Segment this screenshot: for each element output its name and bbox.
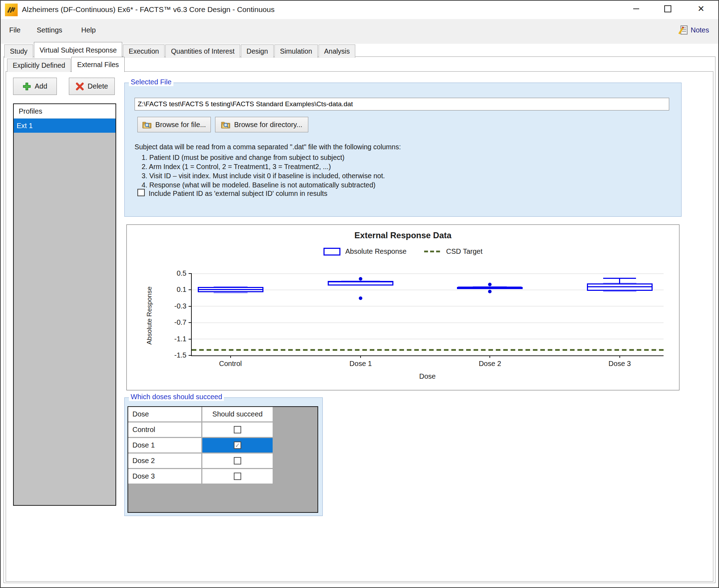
- tab-simulation[interactable]: Simulation: [274, 44, 318, 58]
- tab-study[interactable]: Study: [4, 44, 33, 58]
- folder-search-icon: [142, 121, 152, 129]
- notes-button[interactable]: Notes: [678, 25, 709, 35]
- x-axis-line: [191, 355, 664, 356]
- column-description-1: 1. Patient ID (must be positive and chan…: [142, 153, 344, 162]
- outlier-dot: [359, 277, 362, 281]
- y-tick-label: -1.1: [165, 335, 186, 343]
- selected-file-group-label: Selected File: [129, 78, 173, 86]
- close-button[interactable]: ✕: [690, 1, 712, 17]
- should-succeed-checkbox[interactable]: [234, 473, 241, 480]
- profile-item-ext1[interactable]: Ext 1: [14, 119, 115, 133]
- include-patient-id-label: Include Patient ID as 'external subject …: [149, 189, 327, 198]
- file-format-description: Subject data will be read from a comma s…: [135, 142, 401, 151]
- succeed-group: Which doses should succeed Dose Should s…: [124, 397, 323, 516]
- should-succeed-cell[interactable]: [202, 469, 273, 484]
- delete-label: Delete: [88, 82, 108, 90]
- x-category-label: Dose 3: [595, 360, 644, 368]
- chart-legend: Absolute Response CSD Target: [127, 247, 679, 256]
- browse-directory-button[interactable]: Browse for directory...: [215, 117, 308, 132]
- delete-button[interactable]: Delete: [69, 78, 115, 95]
- dose-cell: Dose 2: [128, 454, 201, 468]
- should-succeed-cell[interactable]: ✓: [202, 438, 273, 452]
- file-path-input[interactable]: [135, 98, 669, 110]
- y-tick-label: -0.7: [165, 318, 186, 326]
- delete-x-icon: [76, 82, 84, 91]
- median-line: [588, 286, 652, 287]
- succeed-table: Dose Should succeed ControlDose 1✓Dose 2…: [127, 406, 318, 513]
- notes-icon: [678, 25, 689, 35]
- column-header-dose: Dose: [128, 407, 201, 421]
- legend-csd-target-label: CSD Target: [446, 247, 482, 256]
- add-label: Add: [35, 82, 47, 90]
- tab-explicitly-defined[interactable]: Explicitly Defined: [7, 59, 71, 72]
- should-succeed-checkbox[interactable]: [234, 457, 241, 464]
- median-line: [199, 289, 262, 290]
- menu-help[interactable]: Help: [78, 24, 99, 36]
- y-tick-label: -0.3: [165, 302, 186, 310]
- tab-quantities-of-interest[interactable]: Quantities of Interest: [165, 44, 240, 58]
- should-succeed-checkbox[interactable]: [234, 426, 241, 433]
- whisker-cap: [603, 278, 636, 279]
- gridline: [192, 274, 664, 274]
- notes-label: Notes: [691, 26, 709, 34]
- maximize-button[interactable]: [657, 1, 679, 17]
- gridline: [192, 323, 664, 323]
- add-button[interactable]: Add: [13, 78, 57, 95]
- chart-title: External Response Data: [127, 230, 679, 240]
- median-line: [329, 281, 392, 282]
- profiles-list: Profiles Ext 1: [13, 103, 116, 506]
- column-description-4: 4. Response (what will be modeled. Basel…: [142, 180, 375, 190]
- app-window: Alzheimers (DF-Continuous) Ex6* - FACTS™…: [0, 0, 719, 588]
- x-tick-mark: [619, 355, 620, 358]
- should-succeed-checkbox[interactable]: ✓: [234, 442, 241, 449]
- minimize-button[interactable]: [625, 1, 647, 17]
- x-axis-label: Dose: [419, 372, 436, 380]
- tab-design[interactable]: Design: [241, 44, 274, 58]
- y-tick-label: -1.5: [165, 351, 186, 359]
- add-plus-icon: [23, 82, 31, 91]
- menu-settings[interactable]: Settings: [33, 24, 66, 36]
- folder-search-icon: [221, 121, 231, 129]
- outlier-dot: [488, 290, 492, 293]
- tab-execution[interactable]: Execution: [123, 44, 165, 58]
- x-tick-mark: [230, 355, 231, 358]
- table-row: Dose 3: [128, 469, 317, 484]
- table-row: Dose 2: [128, 454, 317, 468]
- browse-file-button[interactable]: Browse for file...: [137, 117, 211, 132]
- tab-external-files[interactable]: External Files: [71, 57, 124, 72]
- include-patient-id-checkbox[interactable]: [137, 189, 145, 196]
- gridline: [192, 339, 664, 339]
- y-axis-line: [191, 274, 192, 355]
- column-header-should-succeed: Should succeed: [202, 407, 273, 421]
- x-tick-mark: [360, 355, 361, 358]
- table-row: Control: [128, 422, 317, 437]
- tab-analysis[interactable]: Analysis: [319, 44, 356, 58]
- y-tick-label: 0.5: [165, 269, 186, 277]
- legend-absolute-response-label: Absolute Response: [345, 247, 406, 256]
- should-succeed-cell[interactable]: [202, 422, 273, 437]
- app-icon: [5, 4, 18, 16]
- column-description-3: 3. Visit ID – visit index. Must include …: [142, 171, 385, 180]
- menu-bar: File Settings Help Notes: [1, 19, 718, 44]
- tab-virtual-subject-response[interactable]: Virtual Subject Response: [34, 42, 123, 58]
- profiles-header: Profiles: [14, 104, 115, 119]
- table-row: Dose 1✓: [128, 438, 317, 452]
- x-category-label: Dose 1: [336, 360, 385, 368]
- y-axis-label: Absolute Response: [145, 287, 153, 345]
- dose-cell: Dose 3: [128, 469, 201, 484]
- should-succeed-cell[interactable]: [202, 454, 273, 468]
- x-category-label: Dose 2: [465, 360, 515, 368]
- outlier-dot: [359, 296, 362, 300]
- menu-file[interactable]: File: [6, 24, 24, 36]
- median-line: [458, 287, 522, 288]
- window-title: Alzheimers (DF-Continuous) Ex6* - FACTS™…: [22, 5, 274, 14]
- succeed-table-rows: ControlDose 1✓Dose 2Dose 3: [128, 422, 317, 484]
- dose-cell: Dose 1: [128, 438, 201, 452]
- legend-box-swatch: [323, 248, 340, 256]
- title-bar[interactable]: Alzheimers (DF-Continuous) Ex6* - FACTS™…: [1, 1, 718, 19]
- csd-target-line: [192, 349, 664, 351]
- gridline: [192, 306, 664, 306]
- x-category-label: Control: [206, 360, 255, 368]
- outlier-dot: [488, 283, 492, 286]
- succeed-group-label: Which doses should succeed: [129, 393, 224, 401]
